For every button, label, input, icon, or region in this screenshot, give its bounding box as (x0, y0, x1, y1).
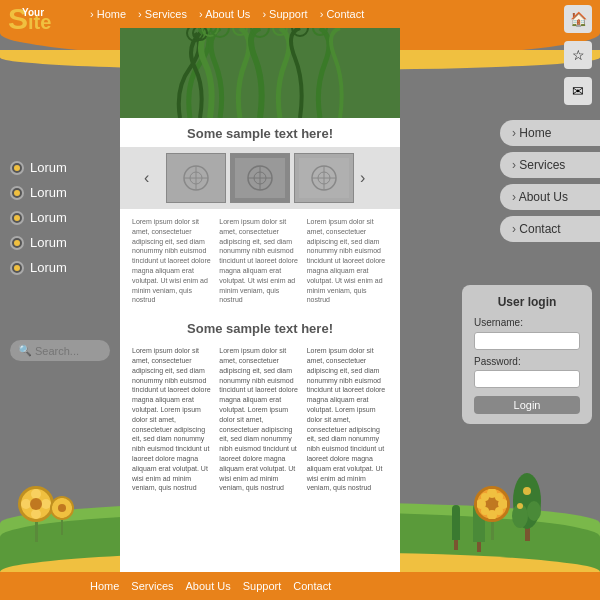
left-nav-item-2[interactable]: Lorum (10, 185, 67, 200)
bottom-nav: Home Services About Us Support Contact (0, 572, 600, 600)
article-text-2: Lorem ipsum dolor sit amet, consectetuer… (219, 217, 300, 305)
nav-contact[interactable]: Contact (320, 8, 365, 20)
article-text-1: Lorem ipsum dolor sit amet, consectetuer… (132, 217, 213, 305)
svg-point-45 (495, 507, 503, 515)
flower-stem-right (491, 522, 494, 540)
left-nav-item-4[interactable]: Lorum (10, 235, 67, 250)
nav-home[interactable]: Home (90, 8, 126, 20)
thumb-2[interactable] (230, 153, 290, 203)
right-sidebar: Home Services About Us Contact (500, 120, 600, 242)
login-box: User login Username: Password: Login (462, 285, 592, 424)
top-nav: SYourite Home Services About Us Support … (0, 0, 600, 28)
search-input[interactable] (35, 345, 105, 357)
svg-point-49 (527, 501, 541, 521)
left-nav-item-5[interactable]: Lorum (10, 260, 67, 275)
tree-trunk-2 (477, 542, 481, 552)
left-nav-item-1[interactable]: Lorum (10, 160, 67, 175)
left-label-2: Lorum (30, 185, 67, 200)
logo: SYourite (8, 2, 51, 36)
star-icon[interactable]: ☆ (564, 41, 592, 69)
article-col-2-2: Lorem ipsum dolor sit amet, consectetuer… (219, 346, 300, 493)
flower-circle-2 (50, 496, 74, 520)
left-sidebar: Lorum Lorum Lorum Lorum Lorum (10, 160, 67, 285)
tree-top-1 (452, 505, 460, 540)
flower-circle-right (474, 486, 510, 522)
bottom-nav-services[interactable]: Services (131, 580, 173, 592)
sample-text-2: Some sample text here! (120, 313, 400, 340)
thumb-3[interactable] (294, 153, 354, 203)
svg-point-35 (52, 505, 58, 511)
password-input[interactable] (474, 370, 580, 388)
sample-text-1: Some sample text here! (120, 118, 400, 147)
svg-point-29 (21, 499, 31, 509)
thumb-1[interactable] (166, 153, 226, 203)
article-text-2-2: Lorem ipsum dolor sit amet, consectetuer… (219, 346, 300, 493)
article-row-1: Lorem ipsum dolor sit amet, consectetuer… (132, 217, 388, 305)
article-col-2: Lorem ipsum dolor sit amet, consectetuer… (219, 217, 300, 305)
left-dot-1 (10, 161, 24, 175)
tree-trunk-1 (454, 540, 458, 550)
article-col-2-1: Lorem ipsum dolor sit amet, consectetuer… (132, 346, 213, 493)
carousel: ‹ (120, 147, 400, 209)
article-text-2-3: Lorem ipsum dolor sit amet, consectetuer… (307, 346, 388, 493)
article-row-2: Lorem ipsum dolor sit amet, consectetuer… (132, 346, 388, 493)
svg-point-28 (31, 509, 41, 519)
svg-point-31 (30, 498, 42, 510)
left-nav-item-3[interactable]: Lorum (10, 210, 67, 225)
svg-point-34 (59, 512, 65, 518)
bottom-nav-home[interactable]: Home (90, 580, 119, 592)
article-col-2-3: Lorem ipsum dolor sit amet, consectetuer… (307, 346, 388, 493)
svg-point-33 (59, 498, 65, 504)
mail-icon[interactable]: ✉ (564, 77, 592, 105)
nav-about[interactable]: About Us (199, 8, 250, 20)
tree-svg-3 (510, 471, 545, 541)
plant-svg (120, 28, 400, 118)
main-content: Some sample text here! ‹ (120, 28, 400, 572)
search-icon: 🔍 (18, 344, 32, 357)
left-dot-4 (10, 236, 24, 250)
right-nav-about[interactable]: About Us (500, 184, 600, 210)
nav-links: Home Services About Us Support Contact (90, 8, 364, 20)
right-nav-contact[interactable]: Contact (500, 216, 600, 242)
thumbnails (166, 153, 354, 203)
svg-point-50 (523, 487, 531, 495)
username-input[interactable] (474, 332, 580, 350)
flower-stem-2 (61, 520, 63, 535)
login-title: User login (474, 295, 580, 309)
username-field: Username: (474, 317, 580, 356)
password-field: Password: (474, 356, 580, 395)
left-dot-5 (10, 261, 24, 275)
svg-point-43 (495, 493, 503, 501)
left-label-3: Lorum (30, 210, 67, 225)
flower-circle-1 (18, 486, 54, 522)
tree-3 (510, 471, 545, 545)
svg-point-44 (481, 507, 489, 515)
logo-your: Your (22, 7, 44, 18)
search-bar[interactable]: 🔍 (10, 340, 110, 361)
password-label: Password: (474, 356, 580, 367)
right-icons: 🏠 ☆ ✉ (564, 5, 592, 105)
svg-point-27 (31, 489, 41, 499)
nav-support[interactable]: Support (262, 8, 307, 20)
tree-1 (452, 505, 460, 550)
nav-services[interactable]: Services (138, 8, 187, 20)
left-label-1: Lorum (30, 160, 67, 175)
plant-decoration (120, 28, 400, 118)
right-nav-home[interactable]: Home (500, 120, 600, 146)
svg-point-36 (66, 505, 72, 511)
flower-2 (50, 496, 74, 535)
left-label-4: Lorum (30, 235, 67, 250)
svg-point-32 (58, 504, 66, 512)
right-nav-services[interactable]: Services (500, 152, 600, 178)
left-dot-2 (10, 186, 24, 200)
article-section-2: Lorem ipsum dolor sit amet, consectetuer… (120, 340, 400, 499)
bottom-nav-about[interactable]: About Us (186, 580, 231, 592)
svg-point-51 (517, 503, 523, 509)
home-icon[interactable]: 🏠 (564, 5, 592, 33)
article-text-3: Lorem ipsum dolor sit amet, consectetuer… (307, 217, 388, 305)
bottom-nav-support[interactable]: Support (243, 580, 282, 592)
login-button[interactable]: Login (474, 396, 580, 414)
carousel-prev[interactable]: ‹ (144, 169, 160, 187)
carousel-next[interactable]: › (360, 169, 376, 187)
bottom-nav-contact[interactable]: Contact (293, 580, 331, 592)
